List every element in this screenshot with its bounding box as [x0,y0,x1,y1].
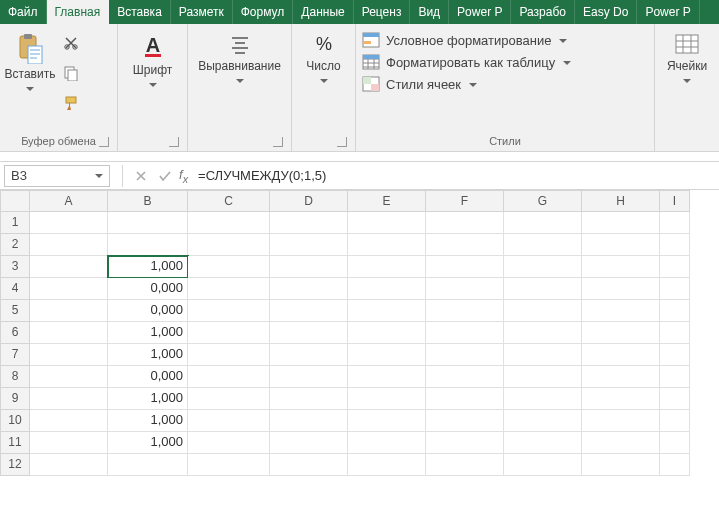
cell-D8[interactable] [270,366,348,388]
col-header-I[interactable]: I [660,190,690,212]
cell-E12[interactable] [348,454,426,476]
enter-formula-button[interactable] [153,165,177,187]
dialog-launcher-icon[interactable] [273,137,283,147]
cell-A7[interactable] [30,344,108,366]
cell-F10[interactable] [426,410,504,432]
cell-G11[interactable] [504,432,582,454]
cell-D1[interactable] [270,212,348,234]
cell-F2[interactable] [426,234,504,256]
row-header-8[interactable]: 8 [0,366,30,388]
cell-H6[interactable] [582,322,660,344]
row-header-2[interactable]: 2 [0,234,30,256]
tab-главная[interactable]: Главная [47,0,110,24]
row-header-4[interactable]: 4 [0,278,30,300]
cell-B5[interactable]: 0,000 [108,300,188,322]
cell-C7[interactable] [188,344,270,366]
cell-A11[interactable] [30,432,108,454]
cell-A8[interactable] [30,366,108,388]
cell-G6[interactable] [504,322,582,344]
tab-вставка[interactable]: Вставка [109,0,171,24]
cell-H2[interactable] [582,234,660,256]
cell-A2[interactable] [30,234,108,256]
cell-D3[interactable] [270,256,348,278]
cell-E9[interactable] [348,388,426,410]
cell-D9[interactable] [270,388,348,410]
conditional-formatting-button[interactable]: Условное форматирование [362,32,582,48]
cell-H4[interactable] [582,278,660,300]
cut-button[interactable] [60,32,82,54]
col-header-D[interactable]: D [270,190,348,212]
cell-F9[interactable] [426,388,504,410]
row-header-7[interactable]: 7 [0,344,30,366]
cell-G5[interactable] [504,300,582,322]
cell-H12[interactable] [582,454,660,476]
cell-F3[interactable] [426,256,504,278]
fx-icon[interactable]: fx [179,167,188,185]
cell-E3[interactable] [348,256,426,278]
row-header-9[interactable]: 9 [0,388,30,410]
cell-G12[interactable] [504,454,582,476]
select-all-corner[interactable] [0,190,30,212]
cell-A4[interactable] [30,278,108,300]
cell-I7[interactable] [660,344,690,366]
cell-I8[interactable] [660,366,690,388]
tab-вид[interactable]: Вид [410,0,449,24]
row-header-10[interactable]: 10 [0,410,30,432]
dialog-launcher-icon[interactable] [99,137,109,147]
cell-I9[interactable] [660,388,690,410]
cell-I1[interactable] [660,212,690,234]
cell-C10[interactable] [188,410,270,432]
cell-C3[interactable] [188,256,270,278]
cell-F5[interactable] [426,300,504,322]
cell-F8[interactable] [426,366,504,388]
cell-H11[interactable] [582,432,660,454]
cell-C6[interactable] [188,322,270,344]
cell-B3[interactable]: 1,000 [108,256,188,278]
cancel-formula-button[interactable] [129,165,153,187]
cell-H7[interactable] [582,344,660,366]
cell-A6[interactable] [30,322,108,344]
cell-E7[interactable] [348,344,426,366]
tab-формул[interactable]: Формул [233,0,294,24]
cell-F11[interactable] [426,432,504,454]
row-header-6[interactable]: 6 [0,322,30,344]
cell-G10[interactable] [504,410,582,432]
cell-B11[interactable]: 1,000 [108,432,188,454]
cell-H3[interactable] [582,256,660,278]
cell-A9[interactable] [30,388,108,410]
cell-E2[interactable] [348,234,426,256]
name-box[interactable]: B3 [4,165,110,187]
cell-styles-button[interactable]: Стили ячеек [362,76,582,92]
cell-G8[interactable] [504,366,582,388]
col-header-A[interactable]: A [30,190,108,212]
tab-power p[interactable]: Power P [637,0,699,24]
cell-E1[interactable] [348,212,426,234]
cell-E5[interactable] [348,300,426,322]
cell-I10[interactable] [660,410,690,432]
cell-D7[interactable] [270,344,348,366]
cell-I3[interactable] [660,256,690,278]
cell-A1[interactable] [30,212,108,234]
cell-C2[interactable] [188,234,270,256]
cell-B4[interactable]: 0,000 [108,278,188,300]
copy-button[interactable] [60,62,82,84]
col-header-B[interactable]: B [108,190,188,212]
cell-H10[interactable] [582,410,660,432]
cell-B1[interactable] [108,212,188,234]
tab-разрабо[interactable]: Разрабо [511,0,575,24]
cell-E8[interactable] [348,366,426,388]
cell-I11[interactable] [660,432,690,454]
cell-C4[interactable] [188,278,270,300]
cell-E10[interactable] [348,410,426,432]
cell-D5[interactable] [270,300,348,322]
cell-F6[interactable] [426,322,504,344]
cell-B2[interactable] [108,234,188,256]
cell-G3[interactable] [504,256,582,278]
number-button[interactable]: % Число [300,28,348,83]
cell-B7[interactable]: 1,000 [108,344,188,366]
col-header-C[interactable]: C [188,190,270,212]
cells-button[interactable]: Ячейки [663,28,711,83]
col-header-F[interactable]: F [426,190,504,212]
cell-I4[interactable] [660,278,690,300]
dialog-launcher-icon[interactable] [169,137,179,147]
